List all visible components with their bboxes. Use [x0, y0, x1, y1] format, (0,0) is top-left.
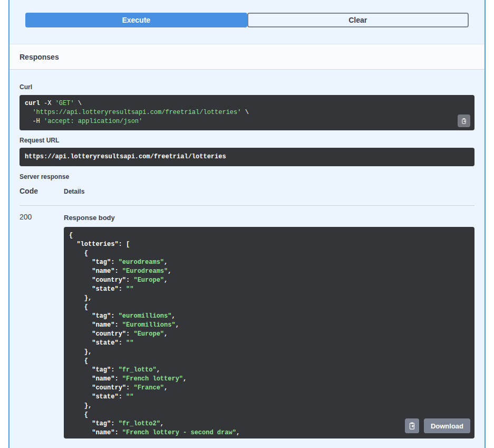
clipboard-copy-icon: [408, 422, 416, 430]
clear-button[interactable]: Clear: [247, 13, 469, 27]
server-response-label: Server response: [20, 173, 474, 180]
curl-copy-button[interactable]: [458, 115, 470, 127]
clipboard-copy-icon: [461, 117, 467, 125]
curl-label: Curl: [20, 83, 474, 91]
request-url-block: https://api.lotteryresultsapi.com/freetr…: [20, 148, 474, 166]
response-details: Response body { "lotteries": [ { "tag": …: [64, 213, 474, 439]
responses-section-header: Responses: [9, 44, 485, 70]
responses-inner: Curl curl -X 'GET' \ 'https://api.lotter…: [9, 83, 485, 439]
request-url-label: Request URL: [20, 137, 474, 144]
response-row: 200 Response body { "lotteries": [ { "ta…: [20, 206, 474, 439]
curl-code: curl -X 'GET' \ 'https://api.lotteryresu…: [20, 95, 474, 130]
request-url-value: https://api.lotteryresultsapi.com/freetr…: [20, 148, 474, 166]
response-body-code: { "lotteries": [ { "tag": "eurodreams", …: [64, 227, 474, 439]
download-button[interactable]: Download: [424, 418, 470, 433]
response-copy-button[interactable]: [405, 418, 419, 433]
status-code: 200: [20, 213, 64, 439]
table-header-row: Code Details: [20, 187, 474, 206]
response-body-block[interactable]: { "lotteries": [ { "tag": "eurodreams", …: [64, 227, 474, 439]
response-actions: Download: [405, 418, 470, 433]
responses-title: Responses: [20, 53, 59, 61]
execute-button-group: Execute Clear: [25, 13, 469, 27]
code-column-header: Code: [20, 187, 64, 195]
server-response-table: Code Details 200 Response body { "lotter…: [20, 187, 474, 439]
execute-button[interactable]: Execute: [25, 13, 247, 27]
response-body-label: Response body: [64, 214, 474, 222]
curl-command-block: curl -X 'GET' \ 'https://api.lotteryresu…: [20, 95, 474, 130]
execute-wrapper: Execute Clear: [9, 0, 485, 44]
opblock-get: Execute Clear Responses Curl curl -X 'GE…: [8, 0, 486, 448]
details-column-header: Details: [64, 188, 84, 195]
